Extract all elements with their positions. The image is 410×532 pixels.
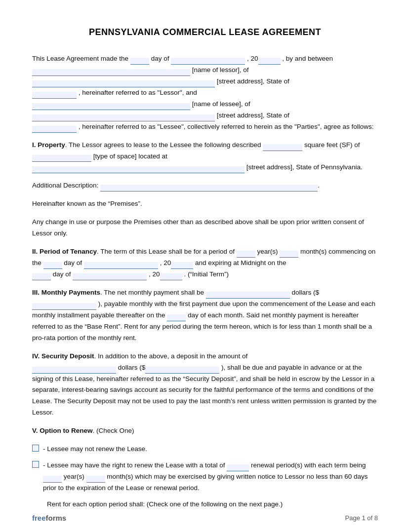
property-address-field[interactable] xyxy=(32,166,245,173)
page-footer: freeforms Page 1 of 8 xyxy=(32,514,378,522)
page-number: Page 1 of 8 xyxy=(345,514,378,522)
commence-year-field[interactable] xyxy=(171,262,193,269)
day-field[interactable] xyxy=(130,58,149,65)
initial-term2-text: . (“Initial Term”) xyxy=(184,270,229,278)
street-address-lessor-text: [street address], State of xyxy=(217,77,289,85)
document-title: PENNSYLVANIA COMMERCIAL LEASE AGREEMENT xyxy=(32,27,378,38)
term-months-field[interactable] xyxy=(280,251,298,258)
day-label: day of xyxy=(64,259,82,266)
section4-text1: . In addition to the above, a deposit in… xyxy=(94,352,248,360)
year-field[interactable] xyxy=(258,58,281,65)
lessee-state-field[interactable] xyxy=(32,126,77,133)
hereinafter-lessor-text: , hereinafter referred to as "Lessor", a… xyxy=(79,89,197,96)
checkbox2[interactable] xyxy=(32,461,39,468)
by-between-text: , by and between xyxy=(282,55,333,62)
section1: I. Property. The Lessor agrees to lease … xyxy=(32,140,378,174)
name-of-lessor-text: [name of lessor], of xyxy=(192,66,249,74)
additional-desc-field[interactable] xyxy=(100,185,318,191)
section1-text1: . The Lessor agrees to lease to the Less… xyxy=(65,141,261,149)
section5: V. Option to Renew. (Check One) xyxy=(32,425,378,437)
sqft-field[interactable] xyxy=(263,144,302,151)
section1-title: I. Property xyxy=(32,141,65,149)
checkbox2-text1: - Lessee may have the right to renew the… xyxy=(43,461,225,469)
expire-year-field[interactable] xyxy=(160,273,182,280)
day2-label: day of xyxy=(53,270,71,278)
expire-day-field[interactable] xyxy=(32,273,51,280)
name-of-lessee-text: [name of lessee], of xyxy=(192,100,250,108)
property-state-text: [street address], State of Pennsylvania. xyxy=(246,163,363,171)
lessor-address-field[interactable] xyxy=(32,80,215,87)
intro-text: This Lease Agreement made the xyxy=(32,55,128,62)
section2-title: II. Period of Tenancy xyxy=(32,248,97,255)
years-label: year(s) xyxy=(257,248,278,255)
checkbox2-content: - Lessee may have the right to renew the… xyxy=(43,460,378,494)
section4-title: IV. Security Deposit xyxy=(32,352,94,360)
lessee-address-field[interactable] xyxy=(32,114,215,121)
space-type-field[interactable] xyxy=(32,155,91,162)
lessor-state-field[interactable] xyxy=(32,92,77,99)
year-prefix: , 20 xyxy=(247,55,258,62)
street-address-lessee-text: [street address], State of xyxy=(217,112,289,119)
deposit-amount-field[interactable] xyxy=(32,367,116,374)
deposit-dollars-label: dollars ($ xyxy=(118,364,146,371)
brand-free: free xyxy=(32,514,46,522)
change-text: Any change in use or purpose the Premise… xyxy=(32,218,364,237)
lessee-name-field[interactable] xyxy=(32,103,190,110)
additional-desc-section: Additional Description: . xyxy=(32,180,378,191)
commence-month-field[interactable] xyxy=(84,262,158,269)
located-at-text: [type of space] located at xyxy=(93,152,167,160)
hereinafter-lessee-text: , hereinafter referred to as "Lessee", c… xyxy=(79,123,374,130)
dollars-label: dollars ($ xyxy=(291,289,319,296)
checkbox1[interactable] xyxy=(32,445,39,452)
rent-option-text: Rent for each option period shall: (Chec… xyxy=(47,500,283,508)
day-of-text: day of xyxy=(151,55,169,62)
section5-title: V. Option to Renew xyxy=(32,427,93,434)
date-field[interactable] xyxy=(171,58,245,65)
change-section: Any change in use or purpose the Premise… xyxy=(32,217,378,239)
brand-forms: forms xyxy=(46,514,67,522)
rent-option-section: Rent for each option period shall: (Chec… xyxy=(47,499,378,510)
commence-day-field[interactable] xyxy=(43,262,62,269)
checkbox2-year-text: year(s) xyxy=(64,473,84,480)
section2-text: . The term of this Lease shall be for a … xyxy=(97,248,235,255)
checkbox2-renewal-text: renewal period(s) with each term being xyxy=(251,461,366,469)
checkbox1-item: - Lessee may not renew the Lease. xyxy=(32,444,378,455)
monthly-dollar-field[interactable] xyxy=(32,303,96,310)
initial-term-year: , 20 xyxy=(149,270,160,278)
deposit-dollar-field[interactable] xyxy=(145,367,219,374)
sqft-label: square feet (SF) of xyxy=(304,141,360,149)
premises-section: Hereinafter known as the “Premises”. xyxy=(32,198,378,210)
lessor-name-field[interactable] xyxy=(32,69,190,76)
and-expiring-text: , 20 xyxy=(160,259,171,266)
expire-month-field[interactable] xyxy=(73,273,147,280)
document-page: PENNSYLVANIA COMMERCIAL LEASE AGREEMENT … xyxy=(0,0,410,532)
checkbox1-text: - Lessee may not renew the Lease. xyxy=(43,444,147,455)
monthly-amount-field[interactable] xyxy=(206,292,290,299)
section3: III. Monthly Payments. The net monthly p… xyxy=(32,287,378,344)
renewal-years-field[interactable] xyxy=(43,476,62,483)
section5-check-one: . (Check One) xyxy=(93,427,134,434)
checkbox2-item: - Lessee may have the right to renew the… xyxy=(32,460,378,494)
installment-day-field[interactable] xyxy=(167,314,186,321)
section3-title: III. Monthly Payments xyxy=(32,289,100,296)
section4: IV. Security Deposit. In addition to the… xyxy=(32,351,378,419)
add-desc-label: Additional Description: xyxy=(32,182,98,189)
renewal-periods-field[interactable] xyxy=(227,464,249,471)
renewal-months-field[interactable] xyxy=(86,476,105,483)
intro-section: This Lease Agreement made the day of , 2… xyxy=(32,53,378,133)
premises-text: Hereinafter known as the “Premises”. xyxy=(32,200,142,207)
brand-logo: freeforms xyxy=(32,514,66,522)
section3-text1: . The net monthly payment shall be xyxy=(100,289,204,296)
section2: II. Period of Tenancy. The term of this … xyxy=(32,246,378,280)
expiring-text: and expiring at Midnight on the xyxy=(195,259,287,266)
term-years-field[interactable] xyxy=(237,251,255,258)
